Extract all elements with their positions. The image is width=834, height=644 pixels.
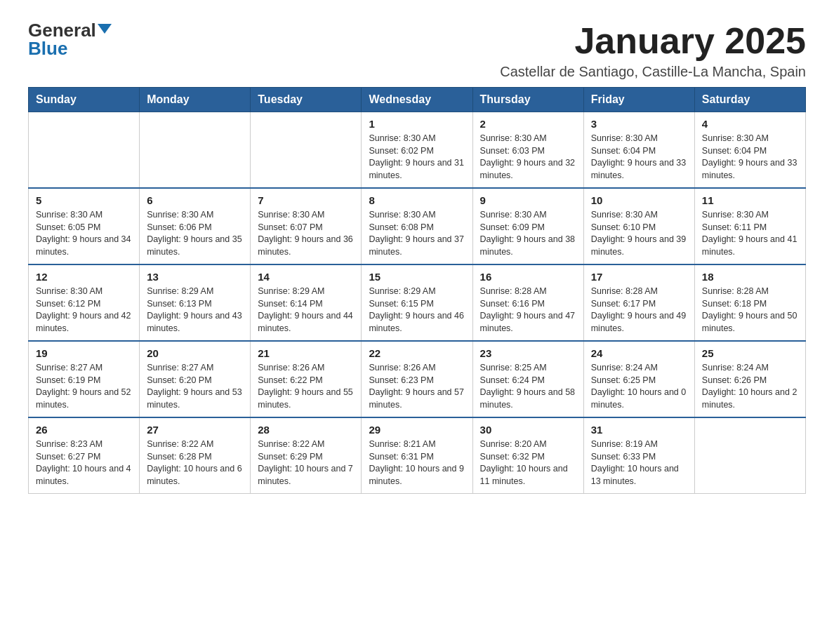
day-number: 5 [36, 194, 132, 206]
calendar-cell: 22Sunrise: 8:26 AM Sunset: 6:23 PM Dayli… [362, 341, 472, 417]
page-header: GeneralBlue January 2025 Castellar de Sa… [28, 21, 806, 80]
day-number: 26 [36, 424, 132, 436]
calendar-cell: 21Sunrise: 8:26 AM Sunset: 6:22 PM Dayli… [251, 341, 362, 417]
weekday-header-wednesday: Wednesday [362, 88, 472, 112]
day-number: 24 [591, 347, 687, 359]
day-info: Sunrise: 8:30 AM Sunset: 6:07 PM Dayligh… [258, 209, 354, 258]
day-number: 15 [369, 271, 465, 283]
calendar-week-row: 5Sunrise: 8:30 AM Sunset: 6:05 PM Daylig… [29, 188, 806, 264]
calendar-cell: 23Sunrise: 8:25 AM Sunset: 6:24 PM Dayli… [472, 341, 583, 417]
day-info: Sunrise: 8:27 AM Sunset: 6:20 PM Dayligh… [147, 362, 243, 411]
day-number: 1 [369, 118, 465, 130]
month-title: January 2025 [500, 21, 806, 61]
day-info: Sunrise: 8:19 AM Sunset: 6:33 PM Dayligh… [591, 438, 687, 488]
day-info: Sunrise: 8:29 AM Sunset: 6:15 PM Dayligh… [369, 286, 465, 335]
calendar-cell: 6Sunrise: 8:30 AM Sunset: 6:06 PM Daylig… [140, 188, 251, 264]
calendar-cell: 4Sunrise: 8:30 AM Sunset: 6:04 PM Daylig… [694, 112, 805, 189]
day-number: 17 [591, 271, 687, 283]
calendar-cell: 25Sunrise: 8:24 AM Sunset: 6:26 PM Dayli… [694, 341, 805, 417]
weekday-header-sunday: Sunday [29, 88, 140, 112]
day-info: Sunrise: 8:30 AM Sunset: 6:04 PM Dayligh… [591, 133, 687, 182]
day-number: 3 [591, 118, 687, 130]
weekday-header-tuesday: Tuesday [251, 88, 362, 112]
day-number: 12 [36, 271, 132, 283]
day-info: Sunrise: 8:20 AM Sunset: 6:32 PM Dayligh… [480, 438, 576, 488]
calendar-cell: 19Sunrise: 8:27 AM Sunset: 6:19 PM Dayli… [29, 341, 140, 417]
day-number: 4 [702, 118, 798, 130]
day-info: Sunrise: 8:24 AM Sunset: 6:26 PM Dayligh… [702, 362, 798, 411]
calendar-cell [694, 417, 805, 494]
calendar-cell: 9Sunrise: 8:30 AM Sunset: 6:09 PM Daylig… [472, 188, 583, 264]
day-number: 6 [147, 194, 243, 206]
day-number: 11 [702, 194, 798, 206]
day-number: 8 [369, 194, 465, 206]
day-number: 10 [591, 194, 687, 206]
day-number: 22 [369, 347, 465, 359]
calendar-week-row: 1Sunrise: 8:30 AM Sunset: 6:02 PM Daylig… [29, 112, 806, 189]
day-number: 20 [147, 347, 243, 359]
calendar-cell: 16Sunrise: 8:28 AM Sunset: 6:16 PM Dayli… [472, 264, 583, 341]
calendar-cell: 3Sunrise: 8:30 AM Sunset: 6:04 PM Daylig… [583, 112, 694, 189]
title-area: January 2025 Castellar de Santiago, Cast… [500, 21, 806, 80]
day-info: Sunrise: 8:26 AM Sunset: 6:23 PM Dayligh… [369, 362, 465, 411]
calendar-cell [251, 112, 362, 189]
day-number: 9 [480, 194, 576, 206]
day-info: Sunrise: 8:30 AM Sunset: 6:08 PM Dayligh… [369, 209, 465, 258]
calendar-cell: 28Sunrise: 8:22 AM Sunset: 6:29 PM Dayli… [251, 417, 362, 494]
day-number: 21 [258, 347, 354, 359]
calendar-cell: 1Sunrise: 8:30 AM Sunset: 6:02 PM Daylig… [362, 112, 472, 189]
day-info: Sunrise: 8:30 AM Sunset: 6:10 PM Dayligh… [591, 209, 687, 258]
day-info: Sunrise: 8:27 AM Sunset: 6:19 PM Dayligh… [36, 362, 132, 411]
calendar-cell: 18Sunrise: 8:28 AM Sunset: 6:18 PM Dayli… [694, 264, 805, 341]
weekday-header-row: SundayMondayTuesdayWednesdayThursdayFrid… [29, 88, 806, 112]
weekday-header-thursday: Thursday [472, 88, 583, 112]
day-info: Sunrise: 8:22 AM Sunset: 6:29 PM Dayligh… [258, 438, 354, 488]
weekday-header-saturday: Saturday [694, 88, 805, 112]
day-info: Sunrise: 8:30 AM Sunset: 6:03 PM Dayligh… [480, 133, 576, 182]
calendar-cell: 30Sunrise: 8:20 AM Sunset: 6:32 PM Dayli… [472, 417, 583, 494]
calendar-week-row: 12Sunrise: 8:30 AM Sunset: 6:12 PM Dayli… [29, 264, 806, 341]
day-info: Sunrise: 8:30 AM Sunset: 6:09 PM Dayligh… [480, 209, 576, 258]
calendar-cell [140, 112, 251, 189]
day-info: Sunrise: 8:30 AM Sunset: 6:04 PM Dayligh… [702, 133, 798, 182]
day-info: Sunrise: 8:28 AM Sunset: 6:16 PM Dayligh… [480, 286, 576, 335]
day-info: Sunrise: 8:30 AM Sunset: 6:12 PM Dayligh… [36, 286, 132, 335]
day-info: Sunrise: 8:26 AM Sunset: 6:22 PM Dayligh… [258, 362, 354, 411]
day-number: 29 [369, 424, 465, 436]
day-info: Sunrise: 8:29 AM Sunset: 6:13 PM Dayligh… [147, 286, 243, 335]
day-info: Sunrise: 8:22 AM Sunset: 6:28 PM Dayligh… [147, 438, 243, 488]
day-info: Sunrise: 8:25 AM Sunset: 6:24 PM Dayligh… [480, 362, 576, 411]
day-number: 27 [147, 424, 243, 436]
calendar-cell: 5Sunrise: 8:30 AM Sunset: 6:05 PM Daylig… [29, 188, 140, 264]
calendar-cell: 31Sunrise: 8:19 AM Sunset: 6:33 PM Dayli… [583, 417, 694, 494]
weekday-header-monday: Monday [140, 88, 251, 112]
day-info: Sunrise: 8:23 AM Sunset: 6:27 PM Dayligh… [36, 438, 132, 488]
day-number: 25 [702, 347, 798, 359]
day-info: Sunrise: 8:30 AM Sunset: 6:11 PM Dayligh… [702, 209, 798, 258]
logo-text: GeneralBlue [28, 21, 112, 58]
calendar-cell: 27Sunrise: 8:22 AM Sunset: 6:28 PM Dayli… [140, 417, 251, 494]
day-info: Sunrise: 8:29 AM Sunset: 6:14 PM Dayligh… [258, 286, 354, 335]
calendar-cell: 2Sunrise: 8:30 AM Sunset: 6:03 PM Daylig… [472, 112, 583, 189]
day-number: 30 [480, 424, 576, 436]
day-info: Sunrise: 8:28 AM Sunset: 6:17 PM Dayligh… [591, 286, 687, 335]
calendar-cell: 8Sunrise: 8:30 AM Sunset: 6:08 PM Daylig… [362, 188, 472, 264]
day-info: Sunrise: 8:24 AM Sunset: 6:25 PM Dayligh… [591, 362, 687, 411]
day-info: Sunrise: 8:28 AM Sunset: 6:18 PM Dayligh… [702, 286, 798, 335]
calendar-week-row: 19Sunrise: 8:27 AM Sunset: 6:19 PM Dayli… [29, 341, 806, 417]
calendar-cell: 29Sunrise: 8:21 AM Sunset: 6:31 PM Dayli… [362, 417, 472, 494]
calendar-week-row: 26Sunrise: 8:23 AM Sunset: 6:27 PM Dayli… [29, 417, 806, 494]
weekday-header-friday: Friday [583, 88, 694, 112]
calendar-cell: 12Sunrise: 8:30 AM Sunset: 6:12 PM Dayli… [29, 264, 140, 341]
day-number: 13 [147, 271, 243, 283]
calendar-cell: 17Sunrise: 8:28 AM Sunset: 6:17 PM Dayli… [583, 264, 694, 341]
day-info: Sunrise: 8:30 AM Sunset: 6:06 PM Dayligh… [147, 209, 243, 258]
calendar-cell [29, 112, 140, 189]
day-number: 2 [480, 118, 576, 130]
day-info: Sunrise: 8:30 AM Sunset: 6:05 PM Dayligh… [36, 209, 132, 258]
calendar-table: SundayMondayTuesdayWednesdayThursdayFrid… [28, 87, 806, 494]
location-title: Castellar de Santiago, Castille-La Manch… [500, 64, 806, 80]
logo-arrow-icon [98, 24, 112, 34]
logo-blue-text: Blue [28, 38, 67, 59]
day-number: 19 [36, 347, 132, 359]
